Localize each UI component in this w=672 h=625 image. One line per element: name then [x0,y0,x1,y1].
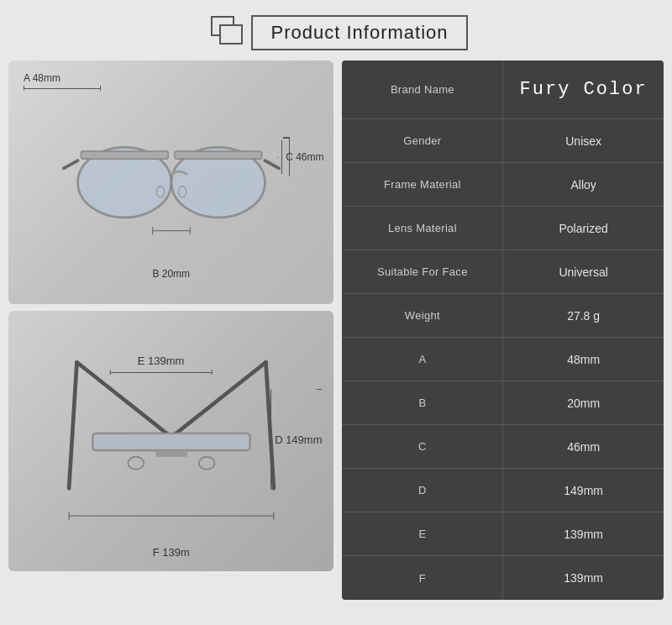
table-row: Lens Material Polarized [342,207,664,250]
label-dim-d: D [342,477,502,503]
header-title-box: Product Information [251,15,469,50]
value-gender: Unisex [503,128,664,155]
label-suitable-face: Suitable For Face [342,259,502,285]
dim-f-label: F 139m [153,546,190,559]
table-row: C 46mm [342,425,664,469]
svg-rect-3 [174,151,261,159]
main-content: A 48mm C 46mm [0,60,672,600]
glasses-front-svg [62,117,281,251]
svg-line-4 [64,160,78,168]
label-lens-material: Lens Material [342,215,502,241]
value-dim-d: 149mm [503,477,664,504]
table-row: B 20mm [342,381,664,425]
svg-rect-16 [94,435,249,449]
label-brand-name: Brand Name [342,76,502,102]
header: Product Information [0,0,672,60]
table-row: Frame Material Alloy [342,163,664,207]
dim-a-label: A 48mm [24,72,60,84]
glasses-side-box: E 139mm D 149mm [8,311,333,571]
left-panel: A 48mm C 46mm [8,60,333,600]
value-dim-b: 20mm [503,390,664,417]
label-dim-f: F [342,565,502,591]
table-row: D 149mm [342,469,664,512]
value-dim-c: 46mm [503,433,664,460]
svg-point-19 [199,457,215,470]
label-dim-b: B [342,390,502,416]
table-row: A 48mm [342,338,664,381]
glasses-front-box: A 48mm C 46mm [8,60,333,304]
table-row: E 139mm [342,512,664,556]
svg-point-18 [128,457,144,470]
value-suitable-face: Universal [503,259,664,286]
header-icon [204,16,248,50]
label-dim-e: E [342,521,502,547]
label-dim-a: A [342,346,502,372]
dim-c-label: C 46mm [286,151,323,163]
table-row: Brand Name Fury Color [342,60,664,119]
label-gender: Gender [342,128,502,154]
value-brand-name: Fury Color [503,72,664,107]
svg-line-13 [69,362,76,488]
svg-rect-2 [81,151,168,159]
dim-b-label: B 20mm [152,268,190,280]
product-info-table: Brand Name Fury Color Gender Unisex Fram… [342,60,664,600]
dim-d-label: D 149mm [275,433,322,446]
value-frame-material: Alloy [503,171,664,198]
page-title: Product Information [271,22,449,43]
value-dim-a: 48mm [503,346,664,373]
label-frame-material: Frame Material [342,171,502,197]
table-row: Weight 27.8 g [342,294,664,338]
value-lens-material: Polarized [503,215,664,242]
dim-e-label: E 139mm [138,355,185,367]
value-weight: 27.8 g [503,302,664,329]
table-row: Gender Unisex [342,119,664,163]
table-row: Suitable For Face Universal [342,250,664,294]
label-weight: Weight [342,302,502,328]
value-dim-e: 139mm [503,521,664,548]
value-dim-f: 139mm [503,565,664,591]
table-row: F 139mm [342,556,664,600]
page-wrapper: Product Information A 48mm [0,0,672,625]
label-dim-c: C [342,433,502,460]
svg-rect-17 [155,450,187,457]
